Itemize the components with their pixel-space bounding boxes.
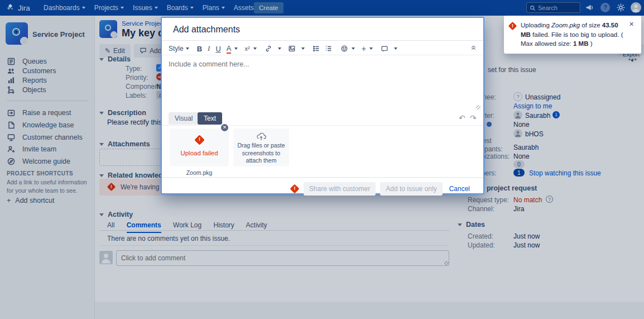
chevron-down-icon: [253, 47, 257, 50]
collapse-toolbar-button[interactable]: [470, 44, 477, 51]
notification-filename: Zoom.pkg: [551, 22, 580, 28]
footer-error-icon: [290, 184, 299, 194]
more-formatting-button[interactable]: x²: [244, 45, 249, 52]
macro-button[interactable]: [381, 45, 388, 53]
upload-failed-text: Upload failed: [170, 150, 229, 156]
share-with-customer-button[interactable]: Share with customer: [304, 182, 376, 196]
modal-comment-textarea[interactable]: [163, 56, 482, 109]
chevron-down-icon: [301, 47, 305, 50]
media-button[interactable]: [288, 45, 296, 53]
modal-footer: Share with customer Add to issue only Ca…: [162, 182, 470, 196]
bullet-list-button[interactable]: [313, 45, 320, 53]
chevron-down-icon: [394, 47, 397, 50]
insert-more-button[interactable]: +: [362, 44, 366, 53]
add-to-issue-only-button[interactable]: Add to issue only: [380, 182, 442, 196]
notification-max-size: 1 MB: [573, 40, 588, 47]
modal-title: Add attachments: [173, 25, 240, 35]
redo-button[interactable]: ↷: [470, 113, 477, 122]
chevron-down-icon: [186, 47, 189, 50]
cancel-button[interactable]: Cancel: [449, 185, 470, 193]
divider: [162, 40, 483, 41]
link-icon: [265, 45, 272, 53]
chevron-down-icon: [352, 47, 355, 50]
failed-attachment-card[interactable]: Upload failed: [170, 128, 229, 166]
emoji-button[interactable]: [340, 45, 348, 53]
undo-button[interactable]: ↶: [459, 113, 465, 122]
notification-text: Uploading Zoom.pkg of size 43.50 MB fail…: [521, 21, 627, 49]
tab-text[interactable]: Text: [198, 112, 222, 125]
attachment-filename: Zoom.pkg: [170, 169, 229, 176]
divider: [162, 55, 483, 55]
macro-icon: [381, 45, 388, 53]
error-diamond-icon: [508, 22, 517, 31]
bullet-list-icon: [313, 45, 320, 53]
editor-toolbar: Style B I U A x² +: [169, 42, 397, 55]
bold-button[interactable]: B: [197, 45, 202, 53]
chevron-down-icon: [369, 47, 373, 50]
chevron-down-icon: [278, 47, 281, 50]
divider: [162, 177, 483, 178]
close-notification-button[interactable]: ✕: [629, 21, 636, 49]
drop-files-card[interactable]: Drag files or paste screenshots to attac…: [233, 128, 289, 166]
numbered-list-icon: [325, 45, 333, 53]
italic-button[interactable]: I: [208, 44, 210, 53]
resize-handle[interactable]: [476, 105, 480, 109]
text-color-button[interactable]: A: [227, 44, 232, 54]
style-dropdown[interactable]: Style: [169, 45, 189, 53]
numbered-list-button[interactable]: [325, 45, 333, 53]
upload-error-notification: Uploading Zoom.pkg of size 43.50 MB fail…: [504, 16, 641, 54]
media-icon: [288, 45, 296, 53]
emoji-icon: [340, 45, 348, 53]
underline-button[interactable]: U: [215, 45, 220, 53]
link-button[interactable]: [265, 45, 272, 53]
cloud-upload-icon: [256, 132, 267, 141]
divider: [162, 125, 483, 126]
drop-files-text: Drag files or paste screenshots to attac…: [233, 142, 289, 165]
add-attachments-modal: Add attachments Style B I U A x² + Visua…: [161, 17, 484, 194]
chevron-down-icon: [234, 47, 238, 50]
remove-attachment-button[interactable]: ✕: [220, 123, 229, 132]
tab-visual[interactable]: Visual: [169, 112, 199, 125]
upload-failed-icon: [194, 135, 204, 145]
